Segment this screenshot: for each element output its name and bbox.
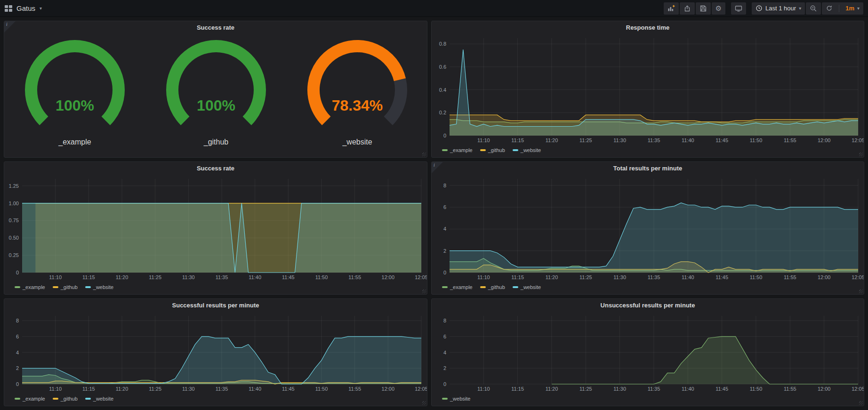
legend-item-github[interactable]: _github [53,284,78,290]
panel-resize-handle[interactable] [859,153,863,156]
svg-text:11:45: 11:45 [715,137,728,143]
add-panel-icon [667,5,675,12]
svg-text:12:00: 12:00 [382,274,395,280]
svg-text:12:00: 12:00 [382,386,395,392]
svg-text:0.2: 0.2 [439,110,446,115]
info-corner[interactable]: i [4,21,16,32]
svg-text:11:25: 11:25 [579,274,592,280]
svg-text:11:10: 11:10 [477,137,490,143]
svg-text:11:20: 11:20 [546,274,558,280]
time-range-button[interactable]: Last 1 hour ▾ [752,2,805,15]
svg-text:12:05: 12:05 [852,137,864,143]
legend-item-example[interactable]: _example [15,284,45,290]
legend-item-github[interactable]: _github [480,147,505,153]
panel-title-text: Unsuccessful results per minute [601,302,695,309]
svg-text:11:45: 11:45 [282,386,295,392]
panel-title[interactable]: Success rate [4,162,427,174]
legend-item-example[interactable]: _example [442,147,473,153]
total-results-chart[interactable]: 0246811:1011:1511:2011:2511:3011:3511:40… [432,174,864,282]
zoom-out-icon [810,5,817,12]
svg-text:11:20: 11:20 [546,386,558,392]
svg-text:11:40: 11:40 [249,386,261,392]
legend-item-website[interactable]: _website [513,147,541,153]
gear-icon: ⚙ [715,5,722,12]
svg-text:12:00: 12:00 [818,386,831,392]
panel-resize-handle[interactable] [859,401,863,405]
legend-swatch [480,286,486,288]
svg-text:12:05: 12:05 [415,274,427,280]
gauge-value: 100% [56,97,94,114]
legend-label: _example [23,396,45,402]
dashboard-title[interactable]: Gatus [16,4,35,12]
svg-text:12:05: 12:05 [415,386,427,392]
info-corner[interactable]: i [432,162,443,173]
dashboard-grid-icon[interactable] [5,5,12,12]
panel-title[interactable]: Total results per minute [432,162,864,174]
chart-canvas[interactable]: 0246811:1011:1511:2011:2511:3011:3511:40… [432,311,864,394]
panel-title[interactable]: Response time [432,21,864,33]
svg-text:11:40: 11:40 [249,274,261,280]
svg-text:11:35: 11:35 [216,386,228,392]
gauge-arc: 100% [4,37,145,135]
panel-resize-handle[interactable] [422,401,426,405]
legend-item-github[interactable]: _github [53,396,78,402]
share-button[interactable] [680,2,695,15]
legend-swatch [53,286,58,288]
successful-results-chart[interactable]: 0246811:1011:1511:2011:2511:3011:3511:40… [4,311,427,394]
panel-resize-handle[interactable] [422,153,426,156]
legend-item-example[interactable]: _example [442,284,473,290]
chart-canvas[interactable]: 0246811:1011:1511:2011:2511:3011:3511:40… [432,174,864,282]
panel-response-time: Response time 00.20.40.60.811:1011:1511:… [431,21,864,158]
panel-title-text: Total results per minute [613,165,682,172]
svg-text:11:30: 11:30 [182,386,195,392]
panel-title[interactable]: Unsuccessful results per minute [432,299,864,311]
legend-item-website[interactable]: _website [85,284,113,290]
svg-text:11:55: 11:55 [784,137,796,143]
legend-item-example[interactable]: _example [15,396,45,402]
clock-icon [755,5,763,12]
gauge-label: _website [342,138,372,146]
settings-button[interactable]: ⚙ [712,2,725,15]
zoom-out-button[interactable] [806,2,821,15]
svg-text:0.8: 0.8 [439,41,446,47]
panel-title[interactable]: Successful results per minute [4,299,427,311]
panel-resize-handle[interactable] [859,289,863,293]
success-rate-chart[interactable]: 00.250.500.751.001.2511:1011:1511:2011:2… [4,174,427,282]
chart-legend: _example_github_website [4,394,427,406]
svg-text:11:15: 11:15 [82,386,95,392]
chart-canvas[interactable]: 0246811:1011:1511:2011:2511:3011:3511:40… [4,311,427,394]
panel-unsuccessful-results: Unsuccessful results per minute 0246811:… [431,298,864,406]
refresh-button[interactable]: 1m ▾ [822,2,863,15]
svg-text:11:20: 11:20 [546,137,558,143]
legend-label: _example [450,284,473,290]
panel-title-text: Response time [626,24,669,31]
cycle-view-button[interactable] [731,2,746,15]
dashboard-grid: i Success rate 100% _example 100% _githu… [0,17,868,410]
gauge-value: 100% [197,97,235,114]
save-button[interactable] [696,2,711,15]
top-nav: Gatus ▾ ⚙ [0,0,868,17]
add-panel-button[interactable] [664,2,679,15]
chart-legend: _example_github_website [432,282,864,294]
refresh-icon [826,5,833,12]
unsuccessful-results-chart[interactable]: 0246811:1011:1511:2011:2511:3011:3511:40… [432,311,864,394]
panel-title-text: Success rate [197,24,234,31]
gauge-arc: 100% [145,37,287,135]
caret-down-icon[interactable]: ▾ [40,6,42,11]
chart-canvas[interactable]: 00.250.500.751.001.2511:1011:1511:2011:2… [4,174,427,282]
legend-item-website[interactable]: _website [442,396,470,402]
caret-down-icon: ▾ [857,6,860,11]
legend-label: _github [488,147,505,153]
legend-item-website[interactable]: _website [85,396,113,402]
chart-legend: _example_github_website [432,145,864,157]
legend-item-github[interactable]: _github [480,284,505,290]
svg-text:11:55: 11:55 [348,386,361,392]
legend-item-website[interactable]: _website [513,284,541,290]
svg-text:12:05: 12:05 [852,274,864,280]
panel-title[interactable]: Success rate [4,21,427,33]
gauge-row: 100% _example 100% _github 78.34% _websi… [4,33,427,157]
response-time-chart[interactable]: 00.20.40.60.811:1011:1511:2011:2511:3011… [432,33,864,145]
panel-resize-handle[interactable] [422,289,426,293]
panel-successful-results: Successful results per minute 0246811:10… [4,298,427,406]
chart-canvas[interactable]: 00.20.40.60.811:1011:1511:2011:2511:3011… [432,33,864,145]
